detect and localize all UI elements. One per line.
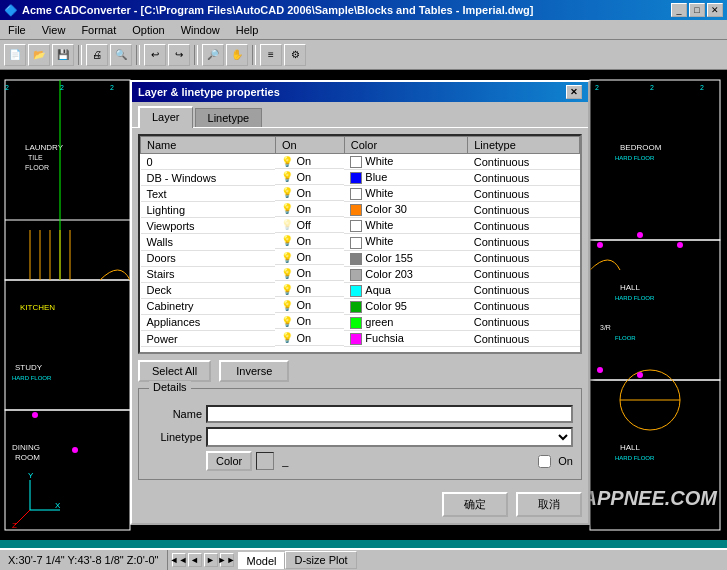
- menu-help[interactable]: Help: [232, 23, 263, 37]
- layer-color[interactable]: Color 95: [344, 298, 467, 314]
- layer-on[interactable]: 💡On: [275, 234, 344, 249]
- linetype-row: Linetype: [147, 427, 573, 447]
- toolbar-layers[interactable]: ≡: [260, 44, 282, 66]
- layer-linetype: Continuous: [468, 218, 580, 234]
- svg-point-41: [637, 232, 643, 238]
- layer-name: Cabinetry: [141, 298, 276, 314]
- name-row: Name: [147, 405, 573, 423]
- layer-color[interactable]: Blue: [344, 170, 467, 186]
- toolbar-redo[interactable]: ↪: [168, 44, 190, 66]
- layer-color[interactable]: White: [344, 218, 467, 234]
- ok-button[interactable]: 确定: [442, 492, 508, 517]
- inverse-button[interactable]: Inverse: [219, 360, 289, 382]
- menu-format[interactable]: Format: [77, 23, 120, 37]
- layer-color[interactable]: Color 203: [344, 266, 467, 282]
- layer-color[interactable]: White: [344, 186, 467, 202]
- select-all-button[interactable]: Select All: [138, 360, 211, 382]
- layer-name: DB - Windows: [141, 170, 276, 186]
- toolbar-open[interactable]: 📂: [28, 44, 50, 66]
- name-input[interactable]: [206, 405, 573, 423]
- menu-window[interactable]: Window: [177, 23, 224, 37]
- col-header-linetype[interactable]: Linetype: [468, 137, 580, 154]
- layer-color[interactable]: White: [344, 234, 467, 250]
- col-header-color[interactable]: Color: [344, 137, 467, 154]
- toolbar-props[interactable]: ⚙: [284, 44, 306, 66]
- layer-on[interactable]: 💡On: [275, 250, 344, 265]
- menu-option[interactable]: Option: [128, 23, 168, 37]
- layer-linetype: Continuous: [468, 170, 580, 186]
- layer-color[interactable]: Aqua: [344, 282, 467, 298]
- close-button[interactable]: ✕: [707, 3, 723, 17]
- tab-model[interactable]: Model: [238, 552, 286, 569]
- layer-row[interactable]: Stairs💡OnColor 203Continuous: [141, 266, 580, 282]
- bulb-icon: 💡: [281, 187, 293, 198]
- layer-on[interactable]: 💡On: [275, 170, 344, 185]
- layer-name: 0: [141, 154, 276, 170]
- layer-color[interactable]: Color 30: [344, 202, 467, 218]
- toolbar-undo[interactable]: ↩: [144, 44, 166, 66]
- layer-on[interactable]: 💡On: [275, 266, 344, 281]
- tab-dsize-plot[interactable]: D-size Plot: [285, 551, 356, 569]
- color-swatch: [350, 172, 362, 184]
- toolbar-pan[interactable]: ✋: [226, 44, 248, 66]
- layer-on[interactable]: 💡On: [275, 202, 344, 217]
- menu-view[interactable]: View: [38, 23, 70, 37]
- layer-table-container[interactable]: Name On Color Linetype 0💡OnWhiteContinuo…: [138, 134, 582, 354]
- layer-name: Deck: [141, 282, 276, 298]
- toolbar-save[interactable]: 💾: [52, 44, 74, 66]
- on-checkbox[interactable]: [538, 455, 551, 468]
- nav-next[interactable]: ►: [204, 553, 218, 567]
- layer-row[interactable]: Walls💡OnWhiteContinuous: [141, 234, 580, 250]
- layer-row[interactable]: Power💡OnFuchsiaContinuous: [141, 331, 580, 347]
- menu-file[interactable]: File: [4, 23, 30, 37]
- layer-color[interactable]: White: [344, 154, 467, 170]
- layer-on[interactable]: 💡On: [275, 154, 344, 169]
- layer-row[interactable]: Lighting💡OnColor 30Continuous: [141, 202, 580, 218]
- svg-text:2: 2: [595, 84, 599, 91]
- layer-color[interactable]: green: [344, 314, 467, 330]
- color-row: Color _ On: [147, 451, 573, 471]
- toolbar-sep3: [194, 45, 198, 65]
- layer-row[interactable]: Text💡OnWhiteContinuous: [141, 186, 580, 202]
- toolbar-new[interactable]: 📄: [4, 44, 26, 66]
- layer-row[interactable]: DB - Windows💡OnBlueContinuous: [141, 170, 580, 186]
- layer-on[interactable]: 💡On: [275, 331, 344, 346]
- color-button[interactable]: Color: [206, 451, 252, 471]
- layer-on[interactable]: 💡On: [275, 314, 344, 329]
- layer-color[interactable]: Fuchsia: [344, 331, 467, 347]
- linetype-select[interactable]: [206, 427, 573, 447]
- svg-text:STUDY: STUDY: [15, 363, 43, 372]
- nav-prev[interactable]: ◄: [188, 553, 202, 567]
- toolbar-print[interactable]: 🖨: [86, 44, 108, 66]
- col-header-name[interactable]: Name: [141, 137, 276, 154]
- cancel-button[interactable]: 取消: [516, 492, 582, 517]
- layer-row[interactable]: 0💡OnWhiteContinuous: [141, 154, 580, 170]
- layer-on[interactable]: 💡Off: [275, 218, 344, 233]
- maximize-button[interactable]: □: [689, 3, 705, 17]
- layer-row[interactable]: Doors💡OnColor 155Continuous: [141, 250, 580, 266]
- color-swatch: [350, 301, 362, 313]
- nav-last[interactable]: ►►: [220, 553, 234, 567]
- layer-on[interactable]: 💡On: [275, 282, 344, 297]
- nav-first[interactable]: ◄◄: [172, 553, 186, 567]
- layer-row[interactable]: Appliances💡OngreenContinuous: [141, 314, 580, 330]
- layer-row[interactable]: Deck💡OnAquaContinuous: [141, 282, 580, 298]
- color-swatch: [350, 269, 362, 281]
- svg-text:FLOOR: FLOOR: [25, 164, 49, 171]
- minimize-button[interactable]: _: [671, 3, 687, 17]
- layer-on[interactable]: 💡On: [275, 186, 344, 201]
- tab-linetype[interactable]: Linetype: [195, 108, 263, 127]
- col-header-on[interactable]: On: [275, 137, 344, 154]
- toolbar-zoom[interactable]: 🔎: [202, 44, 224, 66]
- layer-on[interactable]: 💡On: [275, 298, 344, 313]
- svg-text:HARD FLOOR: HARD FLOOR: [615, 155, 655, 161]
- layer-color[interactable]: Color 155: [344, 250, 467, 266]
- status-coords: X:30'-7 1/4" Y:43'-8 1/8" Z:0'-0": [0, 550, 168, 570]
- toolbar-preview[interactable]: 🔍: [110, 44, 132, 66]
- on-status: On: [296, 315, 311, 327]
- layer-row[interactable]: Cabinetry💡OnColor 95Continuous: [141, 298, 580, 314]
- layer-table: Name On Color Linetype 0💡OnWhiteContinuo…: [140, 136, 580, 347]
- tab-layer[interactable]: Layer: [138, 106, 193, 128]
- layer-row[interactable]: Viewports💡OffWhiteContinuous: [141, 218, 580, 234]
- dialog-close-button[interactable]: ✕: [566, 85, 582, 99]
